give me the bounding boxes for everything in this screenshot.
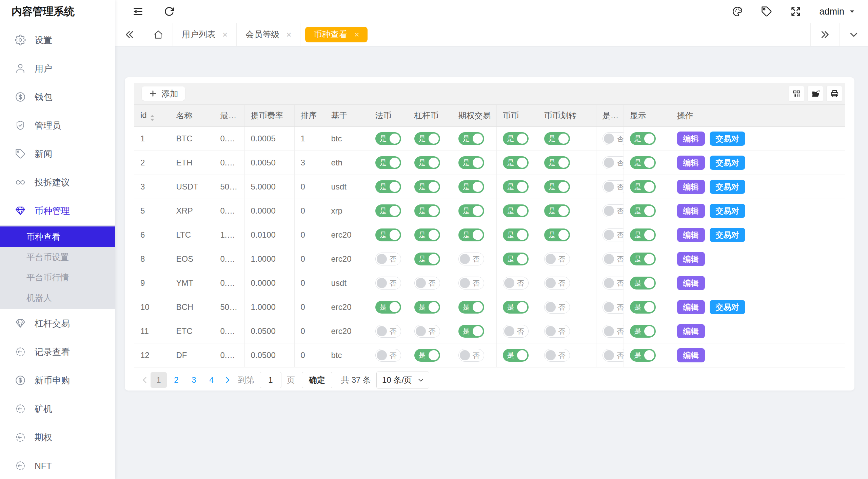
toggle-是…[interactable]: 否 xyxy=(603,253,624,265)
goto-page-input[interactable] xyxy=(260,372,281,388)
toggle-法币[interactable]: 是 xyxy=(375,180,401,193)
toggle-是…[interactable]: 否 xyxy=(603,325,624,338)
tag-icon[interactable] xyxy=(761,6,772,17)
toggle-法币[interactable]: 否 xyxy=(375,277,401,290)
trading-pair-button[interactable]: 交易对 xyxy=(710,300,745,314)
toggle-法币[interactable]: 否 xyxy=(375,349,401,362)
sidebar-subitem-机器人[interactable]: 机器人 xyxy=(0,287,115,308)
toggle-期权交易[interactable]: 是 xyxy=(458,156,484,169)
collapse-sidebar-icon[interactable] xyxy=(132,6,144,17)
toggle-杠杆币[interactable]: 是 xyxy=(414,156,440,169)
toggle-币币划转[interactable]: 否 xyxy=(544,349,570,362)
close-icon[interactable]: × xyxy=(286,30,291,39)
toggle-显示[interactable]: 是 xyxy=(630,132,656,145)
theme-palette-icon[interactable] xyxy=(732,6,743,17)
next-page-icon[interactable] xyxy=(222,376,233,384)
toggle-期权交易[interactable]: 否 xyxy=(458,349,484,362)
edit-button[interactable]: 编辑 xyxy=(677,204,705,218)
toggle-显示[interactable]: 是 xyxy=(630,180,656,193)
edit-button[interactable]: 编辑 xyxy=(677,276,705,290)
toggle-杠杆币[interactable]: 否 xyxy=(414,325,440,338)
sidebar-item-设置[interactable]: 设置 xyxy=(0,26,115,54)
toggle-显示[interactable]: 是 xyxy=(630,301,656,314)
toggle-币币划转[interactable]: 是 xyxy=(544,180,570,193)
sidebar-item-钱包[interactable]: 钱包 xyxy=(0,83,115,111)
add-button[interactable]: 添加 xyxy=(142,86,185,101)
refresh-icon[interactable] xyxy=(163,6,175,17)
toggle-显示[interactable]: 是 xyxy=(630,228,656,241)
toggle-杠杆币[interactable]: 是 xyxy=(414,180,440,193)
close-icon[interactable]: × xyxy=(222,30,228,39)
toggle-币币划转[interactable]: 否 xyxy=(544,325,570,338)
tab-币种查看[interactable]: 币种查看× xyxy=(305,27,367,42)
toggle-期权交易[interactable]: 否 xyxy=(458,253,484,265)
toggle-显示[interactable]: 是 xyxy=(630,349,656,362)
trading-pair-button[interactable]: 交易对 xyxy=(710,180,745,194)
sidebar-subitem-平台币设置[interactable]: 平台币设置 xyxy=(0,247,115,267)
tab-会员等级[interactable]: 会员等级× xyxy=(237,23,300,46)
toggle-杠杆币[interactable]: 是 xyxy=(414,253,440,265)
prev-page-icon[interactable] xyxy=(139,376,151,384)
sidebar-item-NFT[interactable]: NFT xyxy=(0,452,115,479)
export-icon[interactable] xyxy=(808,86,823,101)
toggle-法币[interactable]: 否 xyxy=(375,253,401,265)
edit-button[interactable]: 编辑 xyxy=(677,156,705,170)
sidebar-subitem-平台币行情[interactable]: 平台币行情 xyxy=(0,267,115,287)
sidebar-item-期权[interactable]: 期权 xyxy=(0,423,115,452)
toggle-期权交易[interactable]: 是 xyxy=(458,325,484,338)
toggle-是…[interactable]: 否 xyxy=(603,156,624,169)
tab-用户列表[interactable]: 用户列表× xyxy=(173,23,237,46)
toggle-是…[interactable]: 否 xyxy=(603,301,624,314)
page-number-4[interactable]: 4 xyxy=(203,372,220,388)
toggle-是…[interactable]: 否 xyxy=(603,204,624,217)
tabs-scroll-right-icon[interactable] xyxy=(810,23,839,46)
toggle-法币[interactable]: 否 xyxy=(375,325,401,338)
toggle-显示[interactable]: 是 xyxy=(630,253,656,265)
edit-button[interactable]: 编辑 xyxy=(677,180,705,194)
toggle-币币划转[interactable]: 是 xyxy=(544,132,570,145)
trading-pair-button[interactable]: 交易对 xyxy=(710,204,745,218)
edit-button[interactable]: 编辑 xyxy=(677,300,705,314)
sidebar-item-投拆建议[interactable]: 投拆建议 xyxy=(0,168,115,197)
toggle-法币[interactable]: 是 xyxy=(375,228,401,241)
print-icon[interactable] xyxy=(827,86,842,101)
toggle-币币划转[interactable]: 否 xyxy=(544,301,570,314)
toggle-法币[interactable]: 是 xyxy=(375,156,401,169)
toggle-期权交易[interactable]: 是 xyxy=(458,228,484,241)
toggle-杠杆币[interactable]: 否 xyxy=(414,277,440,290)
edit-button[interactable]: 编辑 xyxy=(677,132,705,146)
home-tab[interactable] xyxy=(144,23,173,46)
toggle-币币[interactable]: 是 xyxy=(503,156,529,169)
sidebar-item-管理员[interactable]: 管理员 xyxy=(0,111,115,140)
toggle-法币[interactable]: 是 xyxy=(375,204,401,217)
edit-button[interactable]: 编辑 xyxy=(677,348,705,362)
sidebar-item-新闻[interactable]: 新闻 xyxy=(0,140,115,168)
toggle-币币[interactable]: 否 xyxy=(503,277,529,290)
trading-pair-button[interactable]: 交易对 xyxy=(710,228,745,242)
toggle-杠杆币[interactable]: 是 xyxy=(414,349,440,362)
trading-pair-button[interactable]: 交易对 xyxy=(710,132,745,146)
page-number-3[interactable]: 3 xyxy=(186,372,202,388)
toggle-法币[interactable]: 是 xyxy=(375,301,401,314)
sidebar-item-币种管理[interactable]: 币种管理 xyxy=(0,197,115,225)
page-size-select[interactable]: 10 条/页 xyxy=(376,372,429,388)
toggle-期权交易[interactable]: 是 xyxy=(458,180,484,193)
toggle-币币划转[interactable]: 是 xyxy=(544,156,570,169)
toggle-币币划转[interactable]: 否 xyxy=(544,253,570,265)
toggle-期权交易[interactable]: 是 xyxy=(458,301,484,314)
toggle-币币划转[interactable]: 是 xyxy=(544,228,570,241)
toggle-币币[interactable]: 否 xyxy=(503,325,529,338)
fullscreen-icon[interactable] xyxy=(790,6,802,17)
toggle-币币划转[interactable]: 是 xyxy=(544,204,570,217)
toggle-杠杆币[interactable]: 是 xyxy=(414,228,440,241)
toggle-币币[interactable]: 是 xyxy=(503,253,529,265)
confirm-button[interactable]: 确定 xyxy=(302,372,332,388)
page-number-2[interactable]: 2 xyxy=(168,372,184,388)
toggle-币币[interactable]: 是 xyxy=(503,132,529,145)
tabs-scroll-left-icon[interactable] xyxy=(115,23,144,46)
sidebar-item-新币申购[interactable]: 新币申购 xyxy=(0,366,115,395)
column-header-id[interactable]: id xyxy=(134,105,170,127)
toggle-是…[interactable]: 否 xyxy=(603,277,624,290)
close-icon[interactable]: × xyxy=(354,30,359,39)
toggle-杠杆币[interactable]: 是 xyxy=(414,204,440,217)
